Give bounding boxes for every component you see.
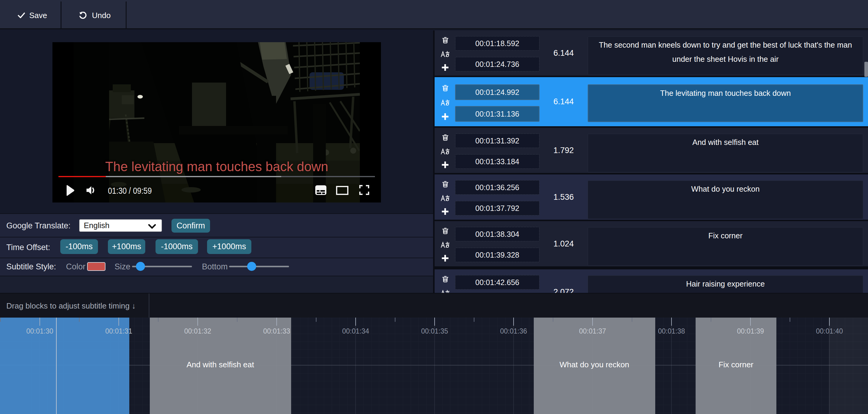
- svg-text:00:01:40: 00:01:40: [816, 327, 843, 335]
- svg-text:00:01:38: 00:01:38: [658, 327, 685, 335]
- svg-text:00:01:37: 00:01:37: [579, 327, 606, 335]
- svg-text:And with selfish eat: And with selfish eat: [187, 360, 254, 369]
- svg-text:00:01:36: 00:01:36: [500, 327, 527, 335]
- svg-text:00:01:35: 00:01:35: [421, 327, 448, 335]
- svg-text:00:01:33: 00:01:33: [263, 327, 290, 335]
- svg-text:00:01:34: 00:01:34: [342, 327, 369, 335]
- svg-text:00:01:30: 00:01:30: [26, 327, 53, 335]
- svg-text:00:01:32: 00:01:32: [184, 327, 211, 335]
- svg-text:00:01:39: 00:01:39: [737, 327, 764, 335]
- svg-text:What do you reckon: What do you reckon: [559, 360, 629, 369]
- svg-text:Fix corner: Fix corner: [718, 360, 753, 369]
- svg-text:00:01:31: 00:01:31: [105, 327, 132, 335]
